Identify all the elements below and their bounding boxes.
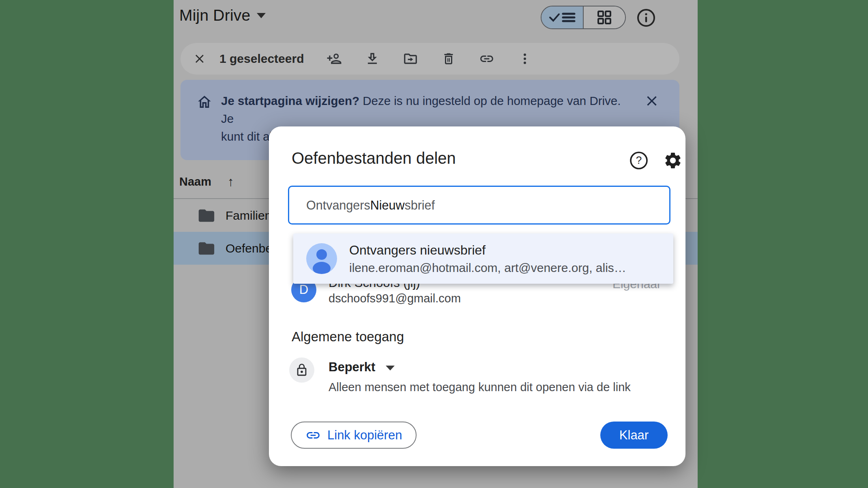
link-icon	[305, 428, 321, 443]
access-level-value: Beperkt	[329, 360, 375, 375]
selected-count-label: 1 geselecteerd	[219, 52, 304, 66]
access-description: Alleen mensen met toegang kunnen dit ope…	[329, 381, 631, 394]
chevron-down-icon	[257, 13, 266, 18]
more-options-button[interactable]	[517, 51, 533, 66]
close-icon	[644, 93, 660, 109]
done-label: Klaar	[619, 428, 649, 443]
selection-toolbar: 1 geselecteerd	[180, 43, 679, 75]
gear-icon	[663, 151, 683, 170]
lock-icon	[295, 363, 309, 377]
column-name-label: Naam	[179, 175, 211, 188]
view-toggle	[541, 6, 626, 29]
download-button[interactable]	[365, 51, 380, 66]
access-lock-badge	[289, 357, 314, 383]
share-settings-button[interactable]	[663, 151, 683, 170]
download-icon	[365, 51, 380, 66]
move-button[interactable]	[403, 51, 418, 66]
owner-initial: D	[299, 283, 308, 297]
input-text-prefix: Ontvangers	[306, 198, 370, 212]
help-button[interactable]: ?	[629, 151, 649, 170]
list-view-button[interactable]	[541, 6, 584, 28]
get-link-button[interactable]	[479, 51, 494, 66]
copy-link-label: Link kopiëren	[327, 428, 402, 443]
banner-close-button[interactable]	[644, 93, 660, 109]
svg-text:?: ?	[636, 154, 642, 166]
file-name: Oefenbe	[226, 242, 272, 255]
suggestion-text: Ontvangers nieuwsbrief ilene.eroman@hotm…	[349, 243, 626, 275]
recipients-input[interactable]: Ontvangers Nieuwsbrief	[288, 186, 670, 225]
contact-group-avatar	[306, 243, 337, 274]
dialog-title: Oefenbestanden delen	[292, 149, 456, 167]
toolbar-actions	[327, 51, 533, 66]
suggestion-item[interactable]: Ontvangers nieuwsbrief ilene.eroman@hotm…	[293, 233, 673, 284]
home-icon	[196, 94, 213, 111]
general-access-heading: Algemene toegang	[292, 329, 404, 345]
copy-link-button[interactable]: Link kopiëren	[291, 422, 417, 449]
access-level-dropdown[interactable]: Beperkt	[329, 360, 395, 375]
file-name: Familiem	[226, 209, 275, 223]
my-drive-menu[interactable]: Mijn Drive	[179, 6, 266, 24]
input-text-typed: Nieuw	[370, 198, 405, 212]
trash-icon	[441, 51, 456, 66]
more-vert-icon	[518, 52, 532, 66]
folder-icon	[197, 206, 216, 225]
delete-button[interactable]	[441, 51, 456, 66]
grid-view-icon	[596, 9, 612, 26]
link-icon	[479, 51, 494, 67]
input-text-suffix: sbrief	[404, 198, 435, 212]
share-button[interactable]	[327, 51, 342, 66]
move-folder-icon	[403, 51, 418, 67]
sort-arrow-up-icon: ↑	[228, 174, 234, 189]
done-button[interactable]: Klaar	[600, 422, 668, 449]
info-button[interactable]	[636, 8, 656, 28]
close-icon	[193, 52, 206, 66]
folder-icon	[197, 239, 216, 258]
chevron-down-icon	[386, 366, 395, 370]
person-icon	[306, 243, 337, 274]
banner-title: Je startpagina wijzigen?	[221, 94, 359, 107]
check-list-view-icon	[548, 9, 577, 26]
suggestion-emails: ilene.eroman@hotmail.com, art@venere.org…	[349, 261, 626, 275]
grid-view-button[interactable]	[584, 6, 625, 28]
column-header-name[interactable]: Naam ↑	[179, 174, 234, 189]
clear-selection-button[interactable]	[192, 51, 207, 66]
info-icon	[636, 8, 656, 28]
share-dialog: Oefenbestanden delen ? Ontvangers Nieuws…	[269, 126, 685, 466]
person-add-icon	[327, 51, 342, 67]
suggestion-name: Ontvangers nieuwsbrief	[349, 243, 626, 258]
page-title: Mijn Drive	[179, 6, 250, 24]
help-icon: ?	[629, 151, 649, 170]
screen: Mijn Drive	[0, 0, 868, 488]
owner-email: dschoofs991@gmail.com	[329, 292, 461, 305]
